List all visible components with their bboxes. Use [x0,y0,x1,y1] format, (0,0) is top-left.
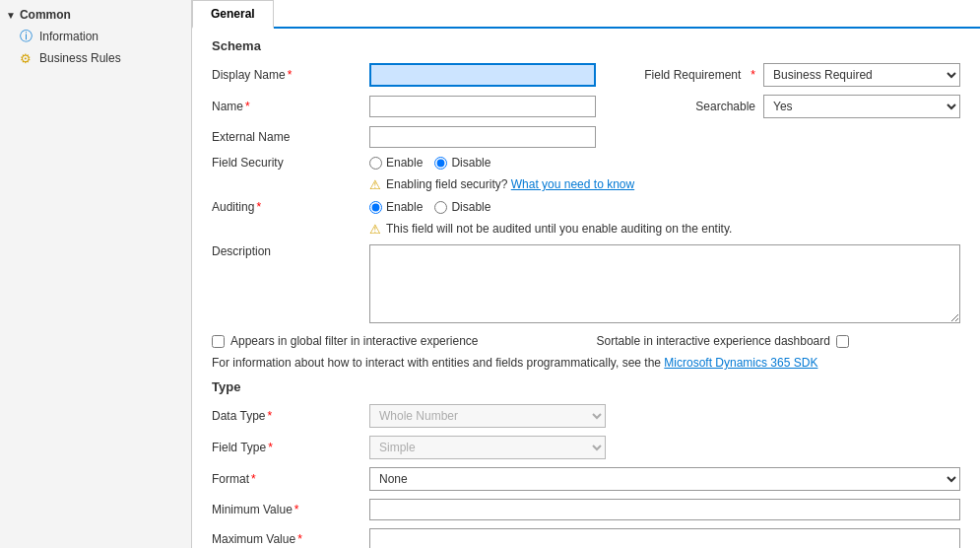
auditing-warning-text: This field will not be audited until you… [386,222,732,236]
sidebar-item-business-rules[interactable]: ⚙ Business Rules [0,47,191,69]
searchable-select[interactable]: Yes No [763,95,960,118]
auditing-label: Auditing* [212,200,369,214]
type-section-title: Type [212,379,960,394]
auditing-row: Auditing* Enable Disable [212,200,960,214]
format-label: Format* [212,472,369,486]
schema-title: Schema [212,38,960,53]
min-value-row: Minimum Value* -2,147,483,648 [212,499,960,520]
sdk-info-row: For information about how to interact wi… [212,356,960,370]
field-type-row: Field Type* Simple [212,436,960,459]
display-name-row: Display Name* Severity Field Requirement… [212,63,960,87]
global-filter-label: Appears in global filter in interactive … [230,334,478,348]
auditing-warning-icon: ⚠ [369,222,381,237]
external-name-input[interactable]: Severity [369,126,596,148]
format-select[interactable]: None [369,467,960,491]
field-security-enable-option[interactable]: Enable [369,156,423,170]
field-security-disable-option[interactable]: Disable [434,156,490,170]
auditing-control: Enable Disable [369,200,960,214]
field-requirement-select[interactable]: Business Required Required Recommended O… [763,63,960,87]
display-name-control: Severity Field Requirement* Business Req… [369,63,960,87]
field-security-row: Field Security Enable Disable [212,156,960,170]
field-security-control: Enable Disable [369,156,960,170]
max-value-control: 2,147,483,647 [369,528,960,548]
field-security-label: Field Security [212,156,369,170]
field-requirement-label: Field Requirement [644,68,741,82]
max-value-input[interactable]: 2,147,483,647 [369,528,960,548]
external-name-row: External Name Severity [212,126,960,148]
sidebar: ▼ Common ⓘ Information ⚙ Business Rules [0,0,192,548]
field-security-warning-text: Enabling field security? What you need t… [386,177,634,191]
field-security-disable-radio[interactable] [434,157,447,170]
global-filter-option[interactable]: Appears in global filter in interactive … [212,334,478,348]
field-security-enable-radio[interactable] [369,157,382,170]
sidebar-item-information[interactable]: ⓘ Information [0,26,191,47]
min-value-control: -2,147,483,648 [369,499,960,520]
min-value-input[interactable]: -2,147,483,648 [369,499,960,520]
info-icon: ⓘ [18,29,33,44]
tab-bar: General [192,0,980,29]
sortable-checkbox[interactable] [836,335,849,348]
description-textarea[interactable] [369,244,960,323]
field-security-warning: ⚠ Enabling field security? What you need… [369,177,960,192]
field-type-select[interactable]: Simple [369,436,606,459]
sidebar-item-label-business-rules: Business Rules [39,51,121,65]
checkbox-row: Appears in global filter in interactive … [212,334,960,348]
external-name-label: External Name [212,130,369,144]
max-value-row: Maximum Value* 2,147,483,647 [212,528,960,548]
data-type-select[interactable]: Whole Number [369,404,606,428]
field-security-link[interactable]: What you need to know [511,177,634,191]
description-row: Description [212,244,960,326]
sidebar-item-label-information: Information [39,30,98,43]
auditing-warning: ⚠ This field will not be audited until y… [369,222,960,237]
external-name-control: Severity [369,126,960,148]
warning-icon: ⚠ [369,177,381,192]
field-type-control: Simple [369,436,960,459]
description-label: Description [212,244,369,258]
data-type-control: Whole Number [369,404,960,428]
rules-icon: ⚙ [18,50,33,66]
format-row: Format* None [212,467,960,491]
auditing-enable-radio[interactable] [369,201,382,214]
name-row: Name* new_severity Searchable Yes No [212,95,960,118]
main-content: General Schema Display Name* Severity Fi… [192,0,980,548]
sortable-label: Sortable in interactive experience dashb… [596,334,829,348]
sdk-link[interactable]: Microsoft Dynamics 365 SDK [664,356,817,370]
sidebar-group-label: Common [20,8,71,22]
sidebar-group-common[interactable]: ▼ Common [0,4,191,26]
display-name-input[interactable]: Severity [369,63,596,87]
auditing-disable-option[interactable]: Disable [434,200,490,214]
data-type-label: Data Type* [212,409,369,423]
format-control: None [369,467,960,491]
chevron-down-icon: ▼ [6,10,16,21]
field-type-label: Field Type* [212,441,369,454]
display-name-label: Display Name* [212,68,369,82]
auditing-enable-option[interactable]: Enable [369,200,423,214]
data-type-row: Data Type* Whole Number [212,404,960,428]
content-area: Schema Display Name* Severity Field Requ… [192,29,980,548]
tab-general[interactable]: General [192,0,274,29]
name-control: new_severity Searchable Yes No [369,95,960,118]
global-filter-checkbox[interactable] [212,335,225,348]
name-input[interactable]: new_severity [369,96,596,117]
max-value-label: Maximum Value* [212,532,369,546]
min-value-label: Minimum Value* [212,503,369,516]
type-section: Type Data Type* Whole Number Field Type* [212,379,960,548]
sortable-option[interactable]: Sortable in interactive experience dashb… [596,334,848,348]
name-label: Name* [212,100,369,113]
auditing-disable-radio[interactable] [434,201,447,214]
searchable-label: Searchable [695,100,755,113]
